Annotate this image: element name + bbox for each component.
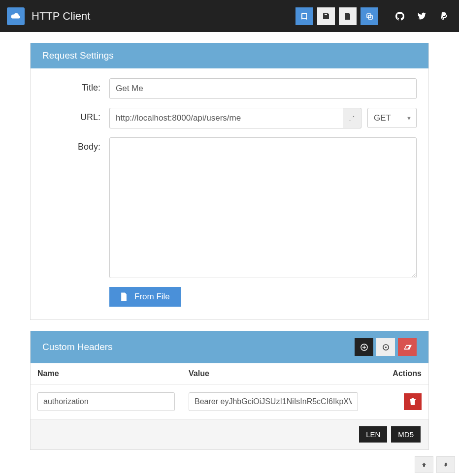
header-name-input[interactable] [37,392,175,411]
svg-rect-0 [367,14,371,18]
navbar: HTTP Client [0,0,459,32]
custom-headers-panel: Custom Headers Name Value Actions [30,331,429,450]
book-icon [300,12,308,20]
custom-headers-heading: Custom Headers [31,331,428,363]
request-settings-heading-text: Request Settings [42,50,114,61]
title-input[interactable] [109,78,417,99]
page-arrows [415,456,455,470]
twitter-icon [418,12,426,20]
plus-circle-icon [361,344,368,351]
url-edit-button[interactable] [343,108,361,128]
app-logo [7,7,25,25]
github-icon [395,12,404,21]
svg-point-4 [385,347,387,348]
book-button[interactable] [295,7,313,25]
pencil-icon [349,115,355,122]
custom-headers-heading-text: Custom Headers [42,342,113,352]
save-icon [322,12,330,20]
copy-icon [365,12,373,20]
col-value: Value [182,363,365,384]
scroll-up-button[interactable] [415,456,433,470]
target-header-button[interactable] [376,338,395,356]
target-icon [382,344,390,351]
headers-footer: LEN MD5 [31,419,428,449]
arrow-down-icon [443,462,449,468]
body-label: Body: [42,137,109,152]
nav-brand: HTTP Client [7,7,90,25]
table-row [31,384,428,419]
scroll-down-button[interactable] [436,456,455,470]
document-button[interactable] [339,7,357,25]
from-file-button[interactable]: From File [109,287,181,307]
paypal-icon [440,12,447,21]
arrow-up-icon [421,462,427,468]
md5-button[interactable]: MD5 [391,426,421,443]
request-settings-panel: Request Settings Title: URL: [30,43,429,320]
twitter-button[interactable] [413,7,430,25]
file-icon [120,292,128,301]
headers-table: Name Value Actions [31,363,428,419]
nav-toolbar [295,7,452,25]
header-value-input[interactable] [189,392,358,411]
cloud-icon [10,12,21,20]
col-name: Name [31,363,182,384]
copy-button[interactable] [361,7,378,25]
url-input[interactable] [109,108,343,128]
document-icon [344,12,351,20]
svg-rect-1 [368,15,372,19]
save-button[interactable] [317,7,335,25]
eraser-icon [403,345,412,350]
url-label: URL: [42,108,109,123]
body-textarea[interactable] [109,137,417,278]
col-actions: Actions [365,363,428,384]
title-label: Title: [42,78,109,93]
len-button[interactable]: LEN [359,426,387,443]
method-select[interactable]: GET [367,108,417,128]
from-file-label: From File [134,292,170,302]
github-button[interactable] [391,7,409,25]
clear-headers-button[interactable] [398,338,417,356]
paypal-button[interactable] [434,7,452,25]
app-title: HTTP Client [32,10,90,23]
request-settings-heading: Request Settings [31,43,428,68]
delete-header-button[interactable] [404,393,422,410]
trash-icon [410,398,416,405]
add-header-button[interactable] [355,338,373,356]
